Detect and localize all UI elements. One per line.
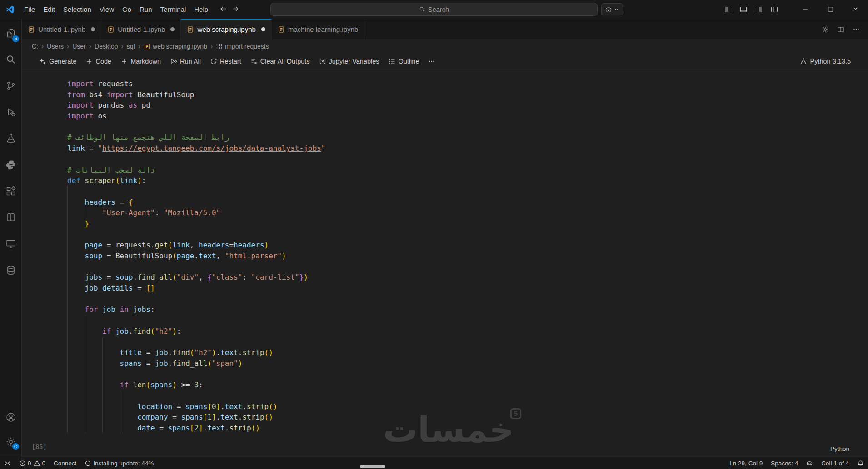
code-line[interactable]: import pandas as pd — [67, 100, 868, 111]
code-line[interactable]: headers = { — [67, 197, 868, 208]
status-remote[interactable] — [0, 457, 15, 469]
menu-selection[interactable]: Selection — [59, 3, 95, 15]
breadcrumb-user[interactable]: User — [72, 43, 86, 50]
menu-file[interactable]: File — [20, 3, 39, 15]
code-line[interactable]: # رابط الصفحة اللي هنجمع منها الوظائف — [67, 132, 868, 143]
activity-notebook-book[interactable] — [0, 204, 21, 231]
activity-run-debug[interactable] — [0, 99, 21, 125]
code-line[interactable] — [67, 262, 868, 272]
modified-dot[interactable] — [170, 27, 175, 31]
code-line[interactable]: def scraper(link): — [67, 175, 868, 186]
menu-view[interactable]: View — [95, 3, 118, 15]
minimize-button[interactable] — [793, 0, 818, 19]
toolbar-outline-button[interactable]: Outline — [385, 55, 423, 68]
tab-untitled-1-ipynb[interactable]: Untitled-1.ipynb — [101, 19, 181, 39]
copilot-button[interactable] — [601, 3, 623, 15]
toolbar-run-all-button[interactable]: Run All — [166, 55, 205, 68]
breadcrumb-desktop[interactable]: Desktop — [95, 43, 118, 50]
code-line[interactable]: import os — [67, 111, 868, 122]
code-line[interactable]: "User-Agent": "Mozilla/5.0" — [67, 207, 868, 218]
breadcrumb-c[interactable]: C: — [32, 43, 38, 50]
kernel-picker-button[interactable]: Python 3.13.5 — [800, 58, 851, 65]
forward-button[interactable] — [232, 5, 239, 14]
tab-untitled-1-ipynb[interactable]: Untitled-1.ipynb — [22, 19, 101, 39]
more-actions-button[interactable] — [850, 23, 863, 36]
toggle-secondary-sidebar-button[interactable] — [752, 3, 766, 16]
maximize-button[interactable] — [818, 0, 843, 19]
code-line[interactable]: } — [67, 218, 868, 229]
code-line[interactable]: jobs = soup.find_all("div", {"class": "c… — [67, 272, 868, 283]
menu-go[interactable]: Go — [118, 3, 135, 15]
code-line[interactable] — [67, 294, 868, 305]
toolbar-generate-button[interactable]: Generate — [35, 55, 80, 68]
code-line[interactable]: page = requests.get(link, headers=header… — [67, 240, 868, 251]
code-line[interactable]: soup = BeautifulSoup(page.text, "html.pa… — [67, 251, 868, 262]
activity-settings-gear[interactable] — [0, 430, 21, 454]
breadcrumb-import-requests[interactable]: import requests — [216, 43, 269, 50]
status-copilot[interactable] — [802, 457, 817, 469]
code-line[interactable]: job_details = [] — [67, 283, 868, 294]
activity-source-control[interactable] — [0, 73, 21, 99]
status-cell-indicator[interactable]: Cell 1 of 4 — [817, 457, 853, 469]
code-line[interactable] — [67, 315, 868, 326]
activity-extensions[interactable] — [0, 178, 21, 204]
toolbar-more-actions-button[interactable] — [424, 55, 439, 68]
code-line[interactable]: import requests — [67, 79, 868, 89]
code-line[interactable]: title = job.find("h2").text.strip() — [67, 347, 868, 358]
status-indentation[interactable]: Spaces: 4 — [767, 457, 802, 469]
customize-layout-button[interactable] — [768, 3, 781, 16]
close-button[interactable] — [843, 0, 868, 19]
activity-search[interactable] — [0, 46, 21, 73]
split-editor-button[interactable] — [834, 23, 847, 36]
code-line[interactable]: for job in jobs: — [67, 304, 868, 315]
menu-edit[interactable]: Edit — [39, 3, 59, 15]
modified-dot[interactable] — [261, 27, 265, 31]
code-line[interactable] — [67, 186, 868, 197]
code-line[interactable] — [67, 390, 868, 401]
code-line[interactable]: if job.find("h2"): — [67, 326, 868, 337]
command-center-search[interactable]: Search — [270, 3, 598, 16]
breadcrumb-users[interactable]: Users — [47, 43, 64, 50]
status-notifications[interactable] — [853, 457, 868, 469]
code-line[interactable]: # دالة لسحب البيانات — [67, 165, 868, 176]
code-line[interactable] — [67, 122, 868, 133]
code-line[interactable]: if len(spans) >= 3: — [67, 380, 868, 390]
activity-explorer[interactable]: 3 — [0, 20, 21, 46]
status-update-progress[interactable]: Installing update: 44% — [80, 457, 158, 469]
activity-python[interactable] — [0, 152, 21, 178]
cell-language-picker[interactable]: Python — [830, 445, 849, 452]
code-line[interactable] — [67, 337, 868, 348]
bell-icon — [857, 460, 864, 467]
back-button[interactable] — [219, 5, 227, 14]
code-line[interactable] — [67, 229, 868, 240]
toggle-primary-sidebar-button[interactable] — [721, 3, 735, 16]
status-label: Cell 1 of 4 — [821, 460, 849, 467]
code-line[interactable] — [67, 369, 868, 380]
toolbar-code-button[interactable]: Code — [82, 55, 115, 68]
activity-database[interactable] — [0, 257, 21, 283]
status-problems[interactable]: 00 — [15, 457, 50, 469]
code-line[interactable]: spans = job.find_all("span") — [67, 358, 868, 369]
menu-help[interactable]: Help — [190, 3, 212, 15]
tab-machine-learning-ipynb[interactable]: machine learning.ipynb — [272, 19, 364, 39]
activity-remote-explorer[interactable] — [0, 231, 21, 257]
notebook-settings-button[interactable] — [819, 23, 832, 36]
toolbar-jupyter-variables-button[interactable]: Jupyter Variables — [315, 55, 383, 68]
status-cursor-position[interactable]: Ln 29, Col 9 — [725, 457, 767, 469]
activity-testing[interactable] — [0, 125, 21, 152]
menu-run[interactable]: Run — [135, 3, 156, 15]
code-line[interactable]: link = "https://egypt.tanqeeb.com/s/jobs… — [67, 143, 868, 154]
activity-account[interactable] — [0, 405, 21, 430]
toolbar-restart-button[interactable]: Restart — [206, 55, 245, 68]
modified-dot[interactable] — [91, 27, 95, 31]
toolbar-markdown-button[interactable]: Markdown — [117, 55, 165, 68]
code-line[interactable]: from bs4 import BeautifulSoup — [67, 89, 868, 100]
menu-terminal[interactable]: Terminal — [156, 3, 190, 15]
breadcrumb-sql[interactable]: sql — [127, 43, 135, 50]
code-line[interactable] — [67, 154, 868, 165]
breadcrumb-web-scraping-ipynb[interactable]: web scraping.ipynb — [144, 43, 207, 50]
status-connect[interactable]: Connect — [50, 457, 80, 469]
toolbar-clear-all-outputs-button[interactable]: Clear All Outputs — [247, 55, 314, 68]
tab-web-scraping-ipynb[interactable]: web scraping.ipynb — [181, 19, 271, 39]
toggle-panel-button[interactable] — [737, 3, 750, 16]
